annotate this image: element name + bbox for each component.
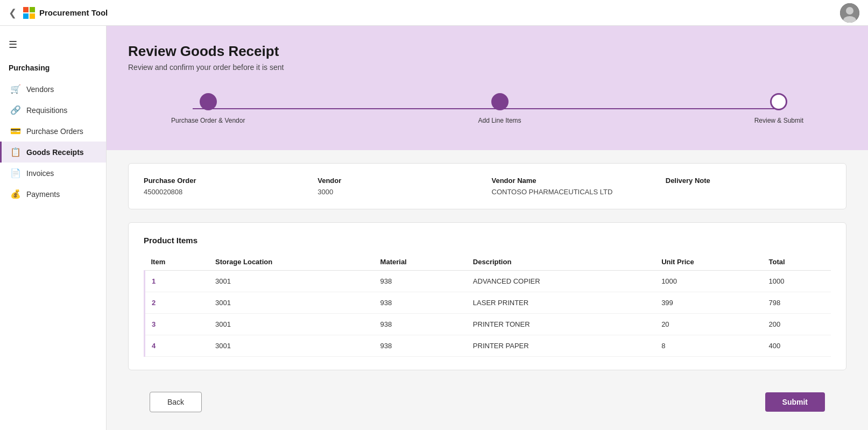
avatar[interactable] (840, 3, 859, 23)
stepper-steps: Purchase Order & Vendor Add Line Items R… (171, 93, 803, 124)
cell-item-1: 2 (145, 292, 209, 314)
vendors-icon: 🛒 (10, 84, 21, 94)
cell-total-1: 798 (763, 292, 831, 314)
col-item: Item (145, 253, 209, 271)
value-vendor: 3000 (317, 188, 483, 196)
label-vendor-name: Vendor Name (492, 177, 657, 185)
cell-storage-1: 3001 (209, 292, 374, 314)
app-body: ☰ Purchasing 🛒 Vendors 🔗 Requisitions 💳 … (0, 26, 868, 430)
cell-description-3: PRINTER PAPER (467, 335, 655, 357)
cell-item-0: 1 (145, 271, 209, 292)
sidebar-item-label-invoices: Invoices (26, 169, 54, 178)
table-body: 1 3001 938 ADVANCED COPIER 1000 1000 2 3… (145, 271, 831, 357)
stepper-label-1: Purchase Order & Vendor (171, 117, 245, 124)
col-description: Description (467, 253, 655, 271)
col-material: Material (374, 253, 467, 271)
cell-unit-price-2: 20 (655, 314, 762, 335)
cell-material-2: 938 (374, 314, 467, 335)
svg-point-1 (846, 7, 853, 15)
topbar: ❮ Procurement Tool (0, 0, 868, 26)
content-area: Purchase Order 4500020808 Vendor 3000 Ve… (107, 150, 868, 430)
cell-description-2: PRINTER TONER (467, 314, 655, 335)
cell-unit-price-1: 399 (655, 292, 762, 314)
col-storage-location: Storage Location (209, 253, 374, 271)
cell-description-0: ADVANCED COPIER (467, 271, 655, 292)
product-items-card: Product Items Item Storage Location Mate… (128, 222, 846, 370)
app-title: Procurement Tool (39, 8, 108, 17)
cell-storage-2: 3001 (209, 314, 374, 335)
label-delivery-note: Delivery Note (666, 177, 831, 185)
product-items-title: Product Items (144, 236, 831, 245)
sidebar-item-label-vendors: Vendors (26, 85, 54, 94)
submit-button[interactable]: Submit (765, 392, 825, 412)
sidebar-item-purchase-orders[interactable]: 💳 Purchase Orders (0, 121, 106, 142)
sidebar-item-requisitions[interactable]: 🔗 Requisitions (0, 100, 106, 121)
sidebar-item-vendors[interactable]: 🛒 Vendors (0, 79, 106, 100)
back-button[interactable]: Back (150, 392, 202, 412)
purchase-orders-icon: 💳 (10, 126, 21, 136)
cell-material-1: 938 (374, 292, 467, 314)
table-row: 1 3001 938 ADVANCED COPIER 1000 1000 (145, 271, 831, 292)
table-row: 3 3001 938 PRINTER TONER 20 200 (145, 314, 831, 335)
cell-storage-3: 3001 (209, 335, 374, 357)
cell-total-3: 400 (763, 335, 831, 357)
stepper-circle-3 (770, 93, 787, 110)
cell-total-2: 200 (763, 314, 831, 335)
col-unit-price: Unit Price (655, 253, 762, 271)
sidebar-section-label: Purchasing (0, 59, 106, 79)
avatar-icon (840, 3, 859, 23)
info-card: Purchase Order 4500020808 Vendor 3000 Ve… (128, 163, 846, 209)
goods-receipts-icon: 📋 (10, 147, 21, 157)
field-vendor: Vendor 3000 (317, 177, 483, 196)
back-icon[interactable]: ❮ (9, 7, 17, 19)
payments-icon: 💰 (10, 189, 21, 199)
stepper: Purchase Order & Vendor Add Line Items R… (128, 93, 846, 124)
table-header: Item Storage Location Material Descripti… (145, 253, 831, 271)
sidebar-item-payments[interactable]: 💰 Payments (0, 184, 106, 205)
sidebar-item-goods-receipts[interactable]: 📋 Goods Receipts (0, 142, 106, 163)
field-vendor-name: Vendor Name CONTOSO PHARMACEUTICALS LTD (492, 177, 657, 196)
sidebar-item-label-requisitions: Requisitions (26, 106, 67, 115)
cell-material-3: 938 (374, 335, 467, 357)
info-card-grid: Purchase Order 4500020808 Vendor 3000 Ve… (144, 177, 831, 196)
sidebar-item-label-goods-receipts: Goods Receipts (26, 148, 84, 157)
cell-item-3: 4 (145, 335, 209, 357)
sidebar-item-label-purchase-orders: Purchase Orders (26, 127, 83, 136)
stepper-step-2: Add Line Items (478, 93, 521, 124)
field-purchase-order: Purchase Order 4500020808 (144, 177, 309, 196)
page-subtitle: Review and confirm your order before it … (128, 63, 846, 72)
value-vendor-name: CONTOSO PHARMACEUTICALS LTD (492, 188, 657, 196)
product-items-table: Item Storage Location Material Descripti… (144, 253, 831, 357)
requisitions-icon: 🔗 (10, 105, 21, 115)
footer-bar: Back Submit (128, 383, 846, 429)
page-title: Review Goods Receipt (128, 43, 846, 60)
main-content: Review Goods Receipt Review and confirm … (107, 26, 868, 430)
stepper-circle-1 (200, 93, 217, 110)
table-row: 2 3001 938 LASER PRINTER 399 798 (145, 292, 831, 314)
stepper-label-2: Add Line Items (478, 117, 521, 124)
label-purchase-order: Purchase Order (144, 177, 309, 185)
cell-storage-0: 3001 (209, 271, 374, 292)
cell-unit-price-0: 1000 (655, 271, 762, 292)
table-row: 4 3001 938 PRINTER PAPER 8 400 (145, 335, 831, 357)
microsoft-logo (23, 7, 35, 19)
field-delivery-note: Delivery Note (666, 177, 831, 196)
invoices-icon: 📄 (10, 168, 21, 178)
value-purchase-order: 4500020808 (144, 188, 309, 196)
page-banner: Review Goods Receipt Review and confirm … (107, 26, 868, 150)
label-vendor: Vendor (317, 177, 483, 185)
cell-material-0: 938 (374, 271, 467, 292)
sidebar-item-label-payments: Payments (26, 190, 60, 199)
col-total: Total (763, 253, 831, 271)
stepper-step-1: Purchase Order & Vendor (171, 93, 245, 124)
stepper-label-3: Review & Submit (754, 117, 803, 124)
cell-description-1: LASER PRINTER (467, 292, 655, 314)
cell-item-2: 3 (145, 314, 209, 335)
cell-unit-price-3: 8 (655, 335, 762, 357)
cell-total-0: 1000 (763, 271, 831, 292)
stepper-step-3: Review & Submit (754, 93, 803, 124)
sidebar: ☰ Purchasing 🛒 Vendors 🔗 Requisitions 💳 … (0, 26, 107, 430)
hamburger-button[interactable]: ☰ (0, 34, 106, 59)
sidebar-item-invoices[interactable]: 📄 Invoices (0, 163, 106, 184)
stepper-circle-2 (491, 93, 509, 110)
